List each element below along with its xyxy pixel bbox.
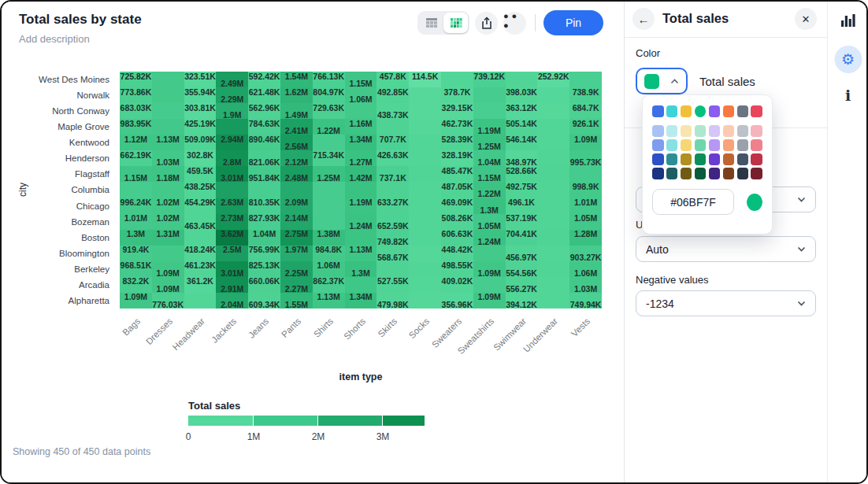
heatmap-cell[interactable]: 684.7K — [569, 103, 602, 119]
palette-swatch[interactable] — [695, 153, 707, 165]
heatmap-cell[interactable]: 1.22M — [473, 182, 506, 198]
heatmap-cell[interactable] — [313, 135, 345, 150]
heatmap-cell[interactable]: 903.27K — [569, 246, 602, 261]
heatmap-cell[interactable]: 562.96K — [248, 103, 280, 119]
palette-swatch[interactable] — [666, 125, 678, 137]
heatmap-cell[interactable]: 462.73K — [441, 119, 473, 135]
heatmap-cell[interactable]: 821.06K — [248, 150, 280, 166]
back-button[interactable]: ← — [632, 8, 655, 30]
heatmap-cell[interactable] — [537, 150, 569, 166]
heatmap-cell[interactable]: 862.37K — [313, 277, 345, 293]
heatmap-cell[interactable]: 683.03K — [120, 103, 152, 119]
heatmap-cell[interactable] — [313, 214, 345, 230]
heatmap-cell[interactable]: 621.48K — [248, 87, 280, 103]
palette-swatch[interactable] — [723, 105, 735, 117]
heatmap-cell[interactable]: 606.63K — [441, 230, 473, 246]
heatmap-cell[interactable]: 766.13K — [313, 72, 345, 87]
heatmap-cell[interactable]: 1.05M — [569, 214, 602, 230]
heatmap-cell[interactable] — [152, 103, 184, 119]
heatmap-cell[interactable]: 951.84K — [248, 166, 280, 182]
heatmap-cell[interactable]: 996.24K — [120, 198, 152, 214]
heatmap-cell[interactable] — [537, 246, 569, 261]
heatmap-cell[interactable]: 825.13K — [248, 261, 280, 277]
palette-swatch[interactable] — [695, 105, 707, 117]
heatmap-cell[interactable]: 485.47K — [441, 166, 473, 182]
heatmap-cell[interactable]: 1.02M — [152, 214, 184, 230]
heatmap-cell[interactable]: 1.15M — [473, 166, 506, 182]
heatmap-cell[interactable] — [473, 277, 506, 293]
heatmap-cell[interactable] — [537, 119, 569, 135]
palette-swatch[interactable] — [695, 125, 707, 137]
heatmap-cell[interactable]: 505.14K — [506, 119, 538, 135]
palette-swatch[interactable] — [652, 125, 664, 137]
share-button[interactable] — [475, 12, 498, 35]
heatmap-cell[interactable]: 498.55K — [441, 261, 473, 277]
heatmap-cell[interactable]: 528.66K — [506, 166, 538, 182]
heatmap-cell[interactable]: 1.15M — [120, 166, 152, 182]
heatmap-cell[interactable]: 554.56K — [506, 261, 538, 277]
palette-swatch[interactable] — [751, 168, 762, 179]
palette-swatch[interactable] — [652, 168, 664, 179]
heatmap-cell[interactable] — [248, 182, 280, 198]
units-select[interactable]: Auto — [636, 236, 816, 262]
heatmap-cell[interactable]: 1.04M — [248, 230, 280, 246]
heatmap-cell[interactable]: 1.13M — [313, 293, 345, 309]
heatmap-cell[interactable]: 1.18M — [152, 166, 184, 182]
heatmap-cell[interactable]: 662.19K — [120, 150, 152, 166]
info-tab-button[interactable]: i — [845, 87, 851, 104]
heatmap-cell[interactable] — [537, 293, 569, 309]
heatmap-cell[interactable]: 715.34K — [313, 150, 345, 166]
palette-swatch[interactable] — [681, 125, 692, 137]
heatmap-cell[interactable]: 773.86K — [120, 87, 152, 103]
heatmap-cell[interactable]: 739.12K — [473, 72, 506, 87]
heatmap-cell[interactable]: 252.92K — [537, 72, 569, 87]
heatmap-cell[interactable]: 1.27M — [345, 150, 377, 166]
palette-swatch[interactable] — [709, 168, 721, 179]
heatmap-cell[interactable]: 356.96K — [441, 293, 473, 309]
description-placeholder[interactable]: Add description — [19, 33, 90, 45]
heatmap-cell[interactable]: 363.12K — [506, 103, 538, 119]
heatmap-cell[interactable]: 1.03M — [569, 277, 602, 293]
palette-swatch[interactable] — [681, 105, 692, 117]
heatmap-cell[interactable] — [377, 261, 409, 277]
heatmap-cell[interactable]: 707.7K — [377, 135, 409, 150]
heatmap-cell[interactable]: 537.19K — [506, 214, 538, 230]
heatmap-cell[interactable] — [537, 198, 569, 214]
heatmap-cell[interactable] — [409, 150, 441, 166]
heatmap-cell[interactable]: 738.9K — [569, 87, 602, 103]
heatmap-cell[interactable]: 1.3M — [473, 198, 506, 214]
heatmap-cell[interactable]: 469.09K — [441, 198, 473, 214]
heatmap-cell[interactable] — [537, 166, 569, 182]
heatmap-cell[interactable] — [313, 182, 345, 198]
heatmap-cell[interactable]: 776.03K — [152, 293, 184, 309]
heatmap-cell[interactable]: 2.29M — [216, 87, 248, 103]
heatmap-cell[interactable]: 1.3M — [120, 230, 152, 246]
heatmap-cell[interactable]: 725.82K — [120, 72, 152, 87]
heatmap-cell[interactable]: 556.27K — [506, 277, 538, 293]
palette-swatch[interactable] — [751, 105, 762, 117]
heatmap-cell[interactable]: 2.41M — [280, 119, 313, 135]
palette-swatch[interactable] — [666, 168, 678, 179]
heatmap-cell[interactable]: 983.95K — [120, 119, 152, 135]
heatmap-cell[interactable]: 426.63K — [377, 150, 409, 166]
heatmap-cell[interactable]: 459.5K — [184, 166, 217, 182]
table-view-button[interactable] — [419, 13, 443, 33]
palette-swatch[interactable] — [723, 125, 735, 137]
heatmap-cell[interactable]: 355.94K — [184, 87, 217, 103]
heatmap-cell[interactable]: 2.27M — [280, 277, 313, 293]
heatmap-cell[interactable] — [441, 72, 473, 87]
palette-swatch[interactable] — [751, 153, 762, 165]
heatmap-cell[interactable]: 398.03K — [506, 87, 538, 103]
heatmap-cell[interactable]: 1.06M — [313, 261, 345, 277]
heatmap-cell[interactable]: 1.62M — [280, 87, 313, 103]
heatmap-cell[interactable]: 2.75M — [280, 230, 313, 246]
heatmap-cell[interactable]: 1.97M — [280, 246, 313, 261]
heatmap-cell[interactable]: 1.12M — [120, 135, 152, 150]
heatmap-view-button[interactable] — [443, 13, 468, 33]
heatmap-cell[interactable]: 1.09M — [473, 293, 506, 309]
heatmap-cell[interactable]: 737.1K — [377, 166, 409, 182]
heatmap-cell[interactable]: 461.23K — [184, 261, 217, 277]
heatmap-cell[interactable]: 454.29K — [184, 198, 217, 214]
heatmap-cell[interactable]: 652.59K — [377, 214, 409, 230]
heatmap-cell[interactable]: 1.34M — [345, 293, 377, 309]
